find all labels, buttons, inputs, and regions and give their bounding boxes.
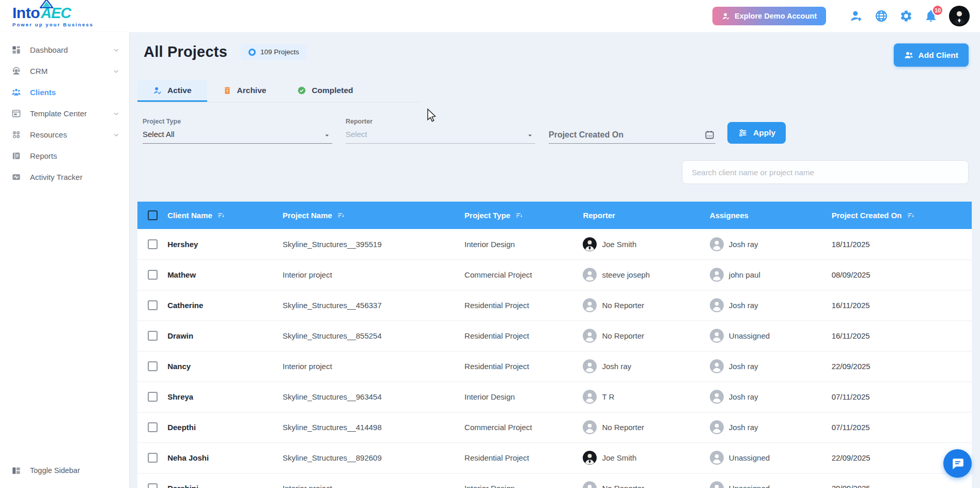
row-checkbox[interactable]: [148, 300, 158, 310]
client-name-cell: Neha Joshi: [167, 453, 209, 462]
sort-icon[interactable]: [337, 211, 345, 219]
projects-count-label: 109 Projects: [260, 48, 299, 56]
reporter-avatar: [583, 359, 597, 373]
apply-filters-button[interactable]: Apply: [727, 122, 786, 144]
projects-count-badge: 109 Projects: [241, 44, 306, 60]
row-checkbox[interactable]: [148, 361, 158, 371]
sidebar-item-dashboard[interactable]: Dashboard: [0, 39, 129, 60]
explore-demo-account-button[interactable]: Explore Demo Account: [712, 7, 826, 25]
add-client-icon: [904, 50, 914, 60]
assignee-name-cell: Unassigned: [729, 331, 770, 340]
project-created-date-cell: 08/09/2025: [832, 270, 870, 279]
client-name-cell: Deepthi: [167, 423, 196, 432]
projects-table: Client NameProject NameProject TypeRepor…: [137, 202, 972, 488]
reporter-select[interactable]: Select: [346, 130, 535, 144]
sidebar-item-crm[interactable]: CRM: [0, 60, 129, 82]
assignee-name-cell: john paul: [729, 270, 760, 279]
reporter-name-cell: No Reporter: [602, 301, 644, 310]
language-globe-button[interactable]: [875, 9, 888, 23]
assignee-avatar: [710, 268, 724, 282]
tab-archive[interactable]: Archive: [207, 80, 282, 102]
column-header-project-created-on[interactable]: Project Created On: [832, 202, 972, 229]
search-input[interactable]: [682, 160, 969, 184]
tab-active[interactable]: Active: [137, 80, 207, 102]
row-checkbox[interactable]: [148, 392, 158, 402]
notifications-bell-button[interactable]: 10: [924, 9, 938, 23]
table-row: Catherine Skyline_Structures__456337 Res…: [137, 290, 972, 321]
toggle-sidebar-button[interactable]: Toggle Sidebar: [0, 460, 91, 481]
add-client-button[interactable]: Add Client: [894, 43, 969, 67]
sidebar-item-clients[interactable]: Clients: [0, 82, 129, 103]
toggle-sidebar-icon: [11, 466, 21, 476]
activity-tracker-icon: [11, 172, 21, 182]
reporter-avatar: [583, 268, 597, 282]
project-created-on-input[interactable]: Project Created On: [549, 130, 715, 144]
add-user-button[interactable]: [850, 9, 863, 23]
topbar: Into AEC Power up your Business Explore …: [0, 0, 980, 32]
sort-icon[interactable]: [907, 211, 914, 219]
project-type-cell: Interior Design: [464, 392, 515, 401]
demo-button-label: Explore Demo Account: [735, 12, 817, 20]
column-header-project-type[interactable]: Project Type: [464, 202, 583, 229]
row-checkbox[interactable]: [148, 270, 158, 280]
project-type-value: Select All: [143, 130, 175, 139]
brand-logo[interactable]: Into AEC Power up your Business: [12, 5, 94, 27]
row-checkbox[interactable]: [148, 483, 158, 488]
calendar-icon[interactable]: [705, 130, 714, 140]
row-checkbox[interactable]: [148, 239, 158, 249]
tab-completed[interactable]: Completed: [282, 80, 368, 102]
project-created-date-cell: 29/09/2025: [832, 484, 870, 488]
column-header-project-name[interactable]: Project Name: [283, 202, 464, 229]
sidebar-item-reports[interactable]: Reports: [0, 145, 129, 166]
column-header-assignees: Assignees: [710, 202, 832, 229]
reporter-avatar: [583, 451, 597, 465]
sort-icon[interactable]: [515, 211, 523, 219]
row-checkbox[interactable]: [148, 331, 158, 341]
chat-fab-button[interactable]: [943, 449, 972, 478]
reporter-name-cell: Joe Smith: [602, 453, 636, 462]
reporter-name-cell: No Reporter: [602, 484, 644, 488]
assignee-avatar: [710, 237, 724, 251]
page-title: All Projects: [144, 43, 227, 60]
assignee-name-cell: Josh ray: [729, 392, 758, 401]
sidebar-item-activity-tracker[interactable]: Activity Tracker: [0, 166, 129, 188]
notification-count-badge: 10: [932, 5, 943, 16]
user-plus-icon: [850, 9, 863, 23]
project-created-date-cell: 18/11/2025: [832, 240, 870, 249]
project-type-cell: Commercial Project: [464, 270, 532, 279]
project-name-cell: Interior project: [283, 270, 332, 279]
select-all-checkbox[interactable]: [148, 210, 158, 220]
project-name-cell: Skyline_Structures__855254: [283, 331, 382, 340]
sidebar-item-resources[interactable]: Resources: [0, 124, 129, 145]
chevron-down-icon: [113, 68, 120, 75]
reporter-filter: Reporter Select: [346, 118, 535, 144]
project-created-date-cell: 16/11/2025: [832, 331, 870, 340]
logo-triangle-icon: [40, 0, 53, 8]
demo-user-icon: [722, 12, 730, 21]
project-name-cell: Skyline_Structures__395519: [283, 240, 382, 249]
project-type-select[interactable]: Select All: [143, 130, 332, 144]
brand-tagline: Power up your Business: [12, 22, 94, 27]
reporter-avatar: [583, 329, 597, 343]
sliders-icon: [738, 128, 748, 138]
profile-avatar[interactable]: [949, 6, 970, 26]
sidebar-item-template-center[interactable]: Template Center: [0, 103, 129, 124]
ring-icon: [248, 48, 256, 56]
resources-icon: [11, 130, 21, 140]
chevron-down-icon: [113, 110, 120, 117]
project-created-date-cell: 22/09/2025: [832, 362, 870, 371]
assignee-name-cell: Unassigned: [729, 484, 770, 488]
chevron-down-icon: [113, 131, 120, 139]
sort-icon[interactable]: [217, 211, 225, 219]
project-type-cell: Residential Project: [464, 453, 529, 462]
row-checkbox[interactable]: [148, 453, 158, 463]
settings-gear-button[interactable]: [899, 9, 913, 23]
template-center-icon: [11, 109, 21, 118]
completed-icon: [297, 86, 306, 95]
reporter-name-cell: No Reporter: [602, 331, 644, 340]
assignee-avatar: [710, 451, 724, 465]
project-created-date-cell: 16/11/2025: [832, 301, 870, 310]
row-checkbox[interactable]: [148, 422, 158, 432]
sidebar: Dashboard CRM Clients Template Center Re…: [0, 32, 129, 488]
column-header-client-name[interactable]: Client Name: [167, 202, 283, 229]
